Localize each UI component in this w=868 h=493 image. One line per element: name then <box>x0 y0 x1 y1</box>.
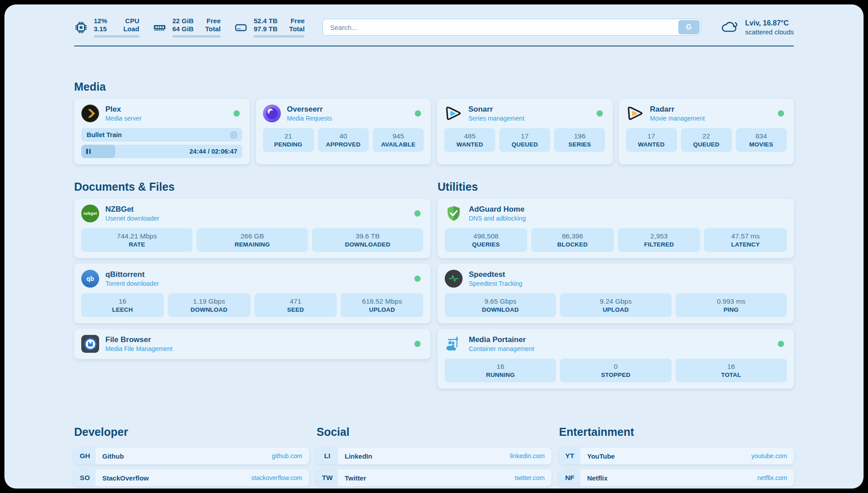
app-card-nzbget[interactable]: nzbget NZBGet Usenet downloader 744.21 M… <box>74 199 430 258</box>
stat-value: 834 <box>755 132 767 140</box>
app-card-filebrowser[interactable]: File Browser Media File Management <box>74 329 430 359</box>
search-input[interactable] <box>322 19 701 36</box>
pause-icon <box>86 149 88 154</box>
app-subtitle: Movie management <box>650 115 705 122</box>
app-name: Speedtest <box>469 270 522 279</box>
link-url[interactable]: netflix.com <box>757 474 787 481</box>
link-row-netflix[interactable]: NF Netflix netflix.com <box>559 469 794 486</box>
radarr-icon <box>626 104 644 122</box>
cpu-progress-bar <box>94 35 139 38</box>
qbittorrent-icon: qb <box>81 270 99 288</box>
ram-progress-bar <box>172 35 221 38</box>
link-url[interactable]: youtube.com <box>751 452 787 460</box>
app-card-qbittorrent[interactable]: qb qBittorrent Torrent downloader 16LEEC… <box>74 264 430 323</box>
section-utilities: Utilities AdGuard Home DNS and adblockin… <box>438 180 794 394</box>
stat-value: 618.52 Mbps <box>362 297 402 305</box>
search-engine-button[interactable]: G <box>678 20 700 34</box>
ram-total-label: Total <box>205 25 221 33</box>
playback-progress-fill <box>81 145 115 158</box>
link-row-stackoverflow[interactable]: SO StackOverflow stackoverflow.com <box>74 469 309 486</box>
stat-tile: 196SERIES <box>554 128 605 152</box>
stat-tile: 21PENDING <box>263 128 314 152</box>
link-url[interactable]: github.com <box>272 452 302 460</box>
stat-label: MOVIES <box>749 141 773 148</box>
disk-stat: 52.4 TB Free 97.9 TB Total <box>234 17 305 38</box>
link-row-github[interactable]: GH Github github.com <box>74 447 309 464</box>
status-dot <box>414 341 421 347</box>
stat-tile: 16TOTAL <box>676 359 787 382</box>
link-badge: NF <box>559 469 580 486</box>
cpu-load-label: Load <box>123 25 139 33</box>
disk-free-value: 52.4 TB <box>254 17 277 25</box>
app-subtitle: Media server <box>105 115 142 122</box>
app-card-radarr[interactable]: Radarr Movie management 17WANTED 22QUEUE… <box>619 99 794 164</box>
stat-tile: 22QUEUED <box>681 128 732 152</box>
stat-label: TOTAL <box>721 372 741 378</box>
stat-tile: 618.52 MbpsUPLOAD <box>341 293 423 317</box>
stat-value: 22 <box>702 132 710 140</box>
stat-tile: 744.21 MbpsRATE <box>81 228 192 252</box>
stat-tile: 485WANTED <box>444 128 495 152</box>
stat-label: RUNNING <box>486 372 514 378</box>
stat-label: REMAINING <box>234 241 270 248</box>
app-subtitle: Container management <box>469 345 534 352</box>
stat-value: 0.993 ms <box>717 297 745 305</box>
app-card-overseerr[interactable]: Overseerr Media Requests 21PENDING 40APP… <box>256 99 431 164</box>
now-playing-row: Bullet Train <box>81 128 242 142</box>
stat-value: 17 <box>521 132 529 140</box>
stat-tile: 39.6 TBDOWNLOADED <box>312 228 423 252</box>
app-card-plex[interactable]: Plex Media server Bullet Train <box>74 99 250 164</box>
playback-time: 24:44 / 02:06:47 <box>189 145 237 158</box>
link-url[interactable]: stackoverflow.com <box>251 474 302 481</box>
link-row-linkedin[interactable]: LI LinkedIn linkedin.com <box>317 447 551 464</box>
link-url[interactable]: linkedin.com <box>510 452 545 460</box>
app-name: qBittorrent <box>105 270 159 279</box>
link-name: StackOverflow <box>102 474 149 482</box>
section-title-developer: Developer <box>74 426 309 439</box>
stat-tile: 9.24 GbpsUPLOAD <box>560 293 671 317</box>
link-url[interactable]: twitter.com <box>515 474 545 481</box>
cloud-icon <box>720 18 739 36</box>
stat-label: DOWNLOAD <box>482 306 519 313</box>
stat-tile: 945AVAILABLE <box>373 128 424 152</box>
stat-label: LATENCY <box>731 241 760 248</box>
stat-tile: 1.19 GbpsDOWNLOAD <box>168 293 250 317</box>
playback-progress: 24:44 / 02:06:47 <box>81 145 242 158</box>
app-subtitle: Torrent downloader <box>105 280 159 287</box>
ram-free-label: Free <box>205 17 221 25</box>
stat-tile: 47.57 msLATENCY <box>704 228 787 252</box>
link-badge: LI <box>317 447 338 464</box>
system-stats: 12% CPU 3.15 Load 22 GiB <box>74 17 305 38</box>
disc-icon[interactable] <box>230 131 238 139</box>
nzbget-icon: nzbget <box>81 205 99 222</box>
link-row-twitter[interactable]: TW Twitter twitter.com <box>317 469 551 486</box>
app-card-speedtest[interactable]: Speedtest Speedtest Tracking 9.65 GbpsDO… <box>438 264 794 323</box>
app-card-adguard[interactable]: AdGuard Home DNS and adblocking 498,508Q… <box>438 199 794 258</box>
stat-tile: 471SEED <box>255 293 337 317</box>
stat-label: DOWNLOAD <box>191 306 228 313</box>
stat-label: PENDING <box>274 141 302 148</box>
stat-label: FILTERED <box>644 241 674 248</box>
stat-value: 945 <box>392 132 404 140</box>
plex-icon <box>81 104 99 122</box>
app-subtitle: DNS and adblocking <box>469 215 526 222</box>
link-row-youtube[interactable]: YT YouTube youtube.com <box>559 447 794 464</box>
app-card-portainer[interactable]: Media Portainer Container management 16R… <box>438 329 794 389</box>
section-documents: Documents & Files nzbget NZBGet Usenet d… <box>74 180 430 394</box>
stat-value: 485 <box>464 132 476 140</box>
portainer-icon <box>445 335 463 353</box>
ram-stat: 22 GiB Free 64 GiB Total <box>153 17 221 38</box>
status-dot <box>414 276 421 282</box>
stat-label: STOPPED <box>601 372 630 378</box>
section-title-entertainment: Entertainment <box>559 426 794 439</box>
app-subtitle: Series management <box>468 115 524 122</box>
link-badge: YT <box>559 447 580 464</box>
app-card-sonarr[interactable]: Sonarr Series management 485WANTED 17QUE… <box>437 99 613 164</box>
stat-value: 1.19 Gbps <box>193 297 225 305</box>
app-subtitle: Speedtest Tracking <box>469 280 522 287</box>
top-bar: 12% CPU 3.15 Load 22 GiB <box>74 17 794 38</box>
stat-tile: 498,508QUERIES <box>445 228 527 252</box>
disk-total-value: 97.9 TB <box>254 25 277 33</box>
app-name: Radarr <box>650 105 705 114</box>
link-name: Github <box>102 452 124 460</box>
